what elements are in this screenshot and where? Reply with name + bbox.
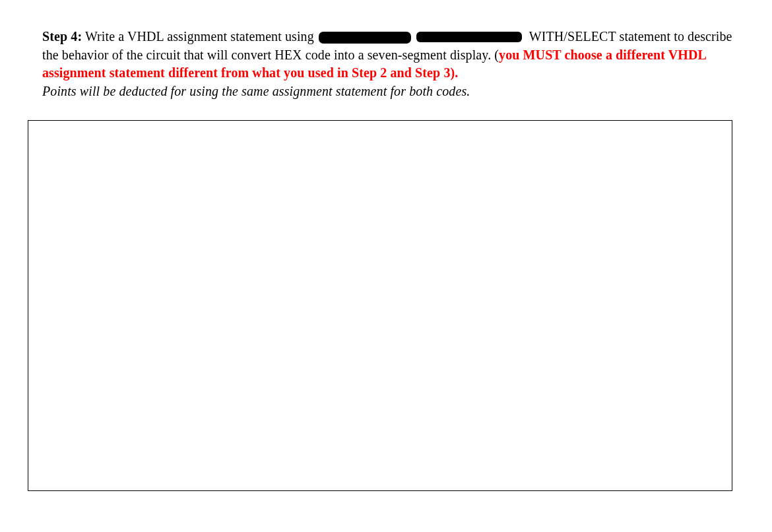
step4-prompt: Step 4: Write a VHDL assignment statemen… — [42, 28, 739, 100]
answer-box[interactable] — [28, 120, 732, 491]
prompt-text-1: Write a VHDL assignment statement using — [82, 29, 314, 44]
prompt-italic-note: Points will be deducted for using the sa… — [42, 84, 470, 98]
redaction-mark-2 — [416, 32, 522, 42]
redaction-mark-1 — [319, 32, 411, 44]
step-label: Step 4: — [42, 29, 82, 44]
worksheet-page: Step 4: Write a VHDL assignment statemen… — [0, 0, 772, 504]
